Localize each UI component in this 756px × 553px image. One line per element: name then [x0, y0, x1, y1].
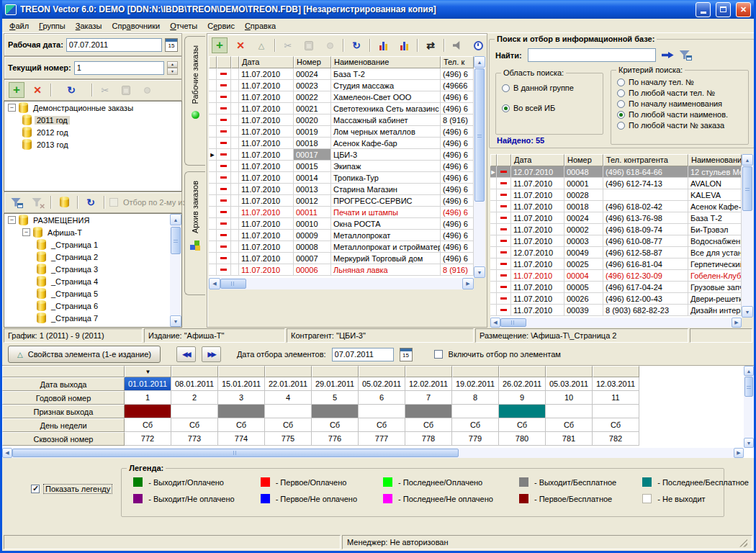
schedule-marker-cell[interactable]: [171, 366, 218, 377]
timer-button[interactable]: [470, 37, 486, 53]
clear-filter-button[interactable]: ✕: [30, 194, 45, 210]
search-result-row[interactable]: 11.07.201000026(496) 612-00-43Двери-реше…: [490, 293, 742, 305]
database-button[interactable]: [56, 194, 72, 210]
scroll-left-button[interactable]: ◀: [2, 448, 12, 458]
schedule-cell-release-flag[interactable]: [125, 405, 171, 418]
schedule-cell-release-date[interactable]: 05.02.2011: [359, 377, 405, 391]
search-result-row[interactable]: 11.07.201000004(496) 612-30-09Гобелен-Кл…: [490, 270, 742, 282]
search-result-row[interactable]: 11.07.201000028KALEVA: [490, 189, 742, 201]
calendar-button[interactable]: 15: [400, 348, 413, 361]
search-result-row[interactable]: 11.07.201000024(496) 613-76-98База Т-2: [490, 212, 742, 224]
schedule-cell-weekday[interactable]: Сб: [499, 418, 546, 432]
criteria-option[interactable]: По любой части тел. №: [617, 89, 742, 97]
filter-button[interactable]: [9, 194, 24, 210]
order-row[interactable]: 11.07.201000013Старина Магазин(496) 6: [209, 184, 474, 195]
radio-button[interactable]: [617, 78, 625, 86]
tree-item[interactable]: _Страница 3: [4, 263, 181, 275]
order-row[interactable]: 11.07.201000006Льняная лавка8 (916): [209, 264, 474, 276]
schedule-cell-weekday[interactable]: Сб: [359, 418, 405, 432]
order-row[interactable]: 11.07.201000010Окна РОСТА(496) 6: [209, 218, 474, 230]
tree-item[interactable]: _Страница 4: [4, 275, 181, 287]
column-header[interactable]: Тел. контрагента: [603, 154, 688, 166]
radio-button[interactable]: [617, 89, 625, 97]
schedule-cell-weekday[interactable]: Сб: [265, 418, 312, 432]
column-header[interactable]: Дата: [511, 154, 564, 166]
schedule-cell-release-flag[interactable]: [405, 405, 452, 418]
second-edition-checkbox[interactable]: [109, 198, 118, 207]
spin-up-icon[interactable]: ▲: [167, 61, 178, 68]
search-result-row[interactable]: 11.07.201000002(496) 618-09-74Би-Трэвэл: [490, 224, 742, 235]
schedule-cell-through-number[interactable]: 780: [499, 432, 546, 446]
minimize-button[interactable]: [696, 2, 711, 17]
scroll-down-button[interactable]: ▼: [742, 306, 753, 318]
chart-alt-button[interactable]: [396, 37, 412, 53]
radio-button[interactable]: [502, 104, 510, 112]
spin-down-icon[interactable]: ▼: [167, 68, 178, 75]
schedule-cell-release-flag[interactable]: [499, 405, 546, 418]
paste-button[interactable]: [118, 82, 134, 98]
menu-item[interactable]: Файл: [4, 20, 34, 32]
scroll-up-button[interactable]: ▲: [474, 56, 485, 68]
order-row[interactable]: 11.07.201000020Массажный кабинет8 (916): [209, 114, 474, 126]
schedule-cell-release-flag[interactable]: [312, 405, 359, 418]
scroll-right-button[interactable]: ▶: [462, 278, 474, 289]
schedule-cell-release-flag[interactable]: [546, 405, 593, 418]
search-result-row[interactable]: 11.07.201000003(496) 610-08-77Водоснабже…: [490, 235, 742, 247]
criteria-option[interactable]: По любой части № заказа: [617, 121, 742, 130]
tab-working-orders[interactable]: Рабочие заказы: [184, 36, 205, 166]
scroll-thumb[interactable]: [742, 166, 752, 211]
delete-button[interactable]: ✕: [233, 37, 248, 53]
schedule-cell-through-number[interactable]: 778: [405, 432, 452, 446]
scroll-up-button[interactable]: ▲: [744, 366, 754, 376]
record-button[interactable]: [322, 37, 338, 53]
tree-item[interactable]: −РАЗМЕЩЕНИЯ: [4, 214, 181, 226]
add-button[interactable]: +: [212, 37, 228, 53]
tree-item[interactable]: 2013 год: [4, 138, 181, 150]
schedule-cell-release-date[interactable]: 19.02.2011: [452, 377, 499, 391]
schedule-cell-annual-number[interactable]: 7: [405, 391, 452, 405]
scroll-right-button[interactable]: ▶: [732, 318, 742, 328]
chart-button[interactable]: [375, 37, 391, 53]
schedule-cell-release-flag[interactable]: [452, 405, 499, 418]
scope-option[interactable]: В данной группе: [502, 84, 597, 92]
menu-item[interactable]: Справочники: [107, 20, 166, 32]
scroll-left-button[interactable]: ◀: [490, 318, 500, 328]
column-header[interactable]: Дата: [239, 56, 294, 68]
scroll-right-button[interactable]: ▶: [734, 448, 744, 458]
schedule-cell-weekday[interactable]: Сб: [171, 418, 218, 432]
schedule-marker-cell[interactable]: [312, 366, 359, 377]
search-result-row[interactable]: 12.07.201000049(496) 612-58-87Все для ус…: [490, 247, 742, 258]
show-legend-control[interactable]: Показать легенду: [31, 484, 112, 494]
schedule-cell-release-date[interactable]: 01.01.2011: [125, 377, 171, 391]
order-row[interactable]: 11.07.201000022Хамелеон-Свет ООО(496) 6: [209, 91, 474, 103]
schedule-marker-cell[interactable]: ▼: [125, 366, 171, 377]
scroll-down-button[interactable]: ▼: [170, 315, 181, 327]
schedule-cell-annual-number[interactable]: 4: [265, 391, 312, 405]
schedule-cell-release-date[interactable]: 29.01.2011: [312, 377, 359, 391]
schedule-cell-annual-number[interactable]: 8: [452, 391, 499, 405]
schedule-cell-weekday[interactable]: Сб: [405, 418, 452, 432]
search-result-row[interactable]: 11.07.201000018(496) 618-02-42Асенок Каф…: [490, 201, 742, 212]
tree-item[interactable]: 2012 год: [4, 126, 181, 138]
search-result-row[interactable]: 11.07.201000005(496) 617-04-24Грузовые з…: [490, 282, 742, 293]
vertical-scrollbar[interactable]: ▲ ▼: [742, 154, 753, 318]
show-legend-checkbox[interactable]: [31, 485, 40, 493]
order-row[interactable]: ►11.07.201000017ЦБИ-3(496) 6: [209, 149, 474, 161]
scroll-up-button[interactable]: ▲: [742, 154, 753, 166]
schedule-cell-through-number[interactable]: 776: [312, 432, 359, 446]
schedule-cell-release-date[interactable]: 08.01.2011: [171, 377, 218, 391]
working-date-input[interactable]: [66, 38, 162, 52]
schedule-cell-through-number[interactable]: 777: [359, 432, 405, 446]
menu-item[interactable]: Группы: [34, 20, 71, 32]
schedule-cell-annual-number[interactable]: 1: [125, 391, 171, 405]
add-order-button[interactable]: +: [9, 82, 24, 98]
schedule-cell-release-flag[interactable]: [265, 405, 312, 418]
schedule-cell-release-flag[interactable]: [593, 405, 639, 418]
scope-option[interactable]: Во всей ИБ: [502, 104, 597, 112]
schedule-cell-annual-number[interactable]: 6: [359, 391, 405, 405]
scroll-thumb[interactable]: [744, 377, 753, 397]
schedule-cell-through-number[interactable]: 773: [171, 432, 218, 446]
expander-icon[interactable]: −: [8, 104, 16, 112]
order-row[interactable]: 11.07.201000019Лом черных металлов(496) …: [209, 126, 474, 138]
schedule-cell-release-date[interactable]: 26.02.2011: [499, 377, 546, 391]
